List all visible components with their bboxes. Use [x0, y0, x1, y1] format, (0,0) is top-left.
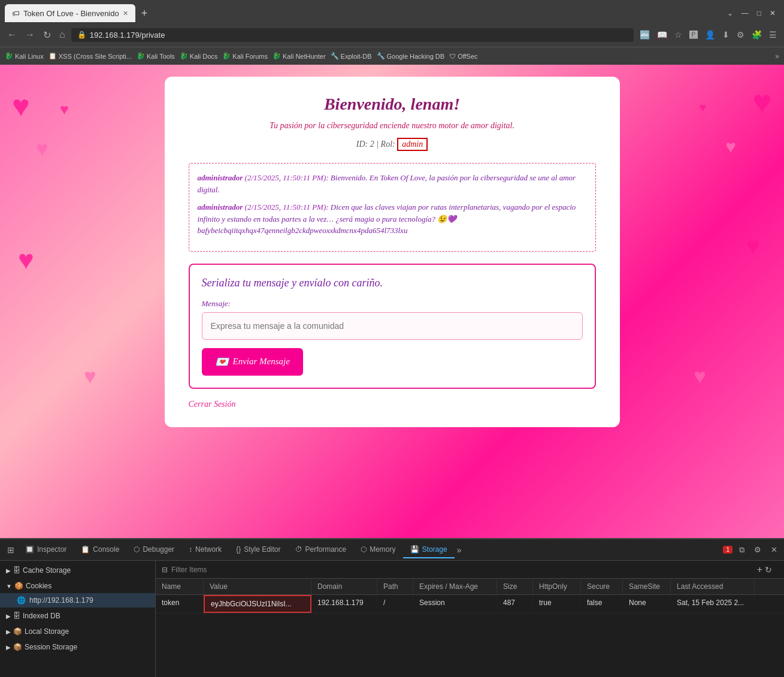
- heart-decor-7: ♥: [18, 244, 34, 276]
- table-row[interactable]: token eyJhbGciOiJSUzI1NiIsI... 192.168.1…: [156, 595, 784, 613]
- cookie-httponly: true: [533, 595, 581, 613]
- devtools-tab-network[interactable]: ↕ Network: [181, 542, 229, 558]
- tab-controls: ⌄ — □ ✕: [724, 8, 779, 19]
- devtools-panel: ⊞ 🔲 Inspector 📋 Console ⬡ Debugger ↕ Net…: [0, 538, 784, 677]
- forward-button[interactable]: →: [23, 28, 37, 41]
- cookie-value: eyJhbGciOiJSUzI1NiIsI...: [204, 595, 311, 613]
- minimize-button[interactable]: —: [738, 8, 752, 19]
- cookies-icon: 🍪: [14, 582, 23, 590]
- cookies-header[interactable]: ▼ 🍪 Cookies: [0, 579, 155, 593]
- bookmark-exploit-db[interactable]: 🔧 Exploit-DB: [331, 52, 372, 60]
- new-tab-button[interactable]: +: [138, 7, 152, 20]
- cookies-domain-label: http://192.168.1.179: [29, 596, 93, 605]
- bookmark-kali-forums[interactable]: 🐉 Kali Forums: [222, 52, 268, 60]
- back-button[interactable]: ←: [5, 28, 19, 41]
- indexed-db-header[interactable]: ▶ 🗄 Indexed DB: [0, 609, 155, 623]
- local-storage-group: ▶ 📦 Local Storage: [0, 624, 155, 639]
- devtools-tab-performance[interactable]: ⏱ Performance: [288, 542, 354, 558]
- tab-close-button[interactable]: ✕: [123, 10, 128, 17]
- filter-items-label: Filter Items: [171, 566, 207, 574]
- bookmarks-more-button[interactable]: »: [775, 52, 779, 61]
- bookmarks-bar: 🐉 Kali Linux 📋 XSS (Cross Site Scripti..…: [0, 47, 784, 65]
- session-storage-header[interactable]: ▶ 📦 Session Storage: [0, 640, 155, 654]
- bookmark-kali-tools[interactable]: 🐉 Kali Tools: [137, 52, 175, 60]
- bookmark-offsec[interactable]: 🛡 OffSec: [449, 53, 477, 60]
- pocket-button[interactable]: 🅿: [687, 29, 700, 41]
- form-label: Mensaje:: [202, 299, 583, 309]
- cookies-label: Cookies: [26, 582, 52, 590]
- col-header-samesite: SameSite: [623, 579, 671, 594]
- home-button[interactable]: ⌂: [57, 28, 68, 41]
- devtools-tab-debugger[interactable]: ⬡ Debugger: [126, 542, 181, 558]
- bookmark-google-hacking[interactable]: 🔧 Google Hacking DB: [377, 52, 445, 60]
- heart-decor-8: ♥: [746, 232, 760, 259]
- nav-right-icons: 🔤 📖 ☆ 🅿 👤 ⬇ ⚙ 🧩 ☰: [637, 29, 779, 41]
- debugger-icon: ⬡: [134, 545, 140, 554]
- console-icon: 📋: [81, 545, 90, 554]
- storage-refresh-button[interactable]: ↻: [765, 565, 772, 575]
- bookmark-button[interactable]: ☆: [672, 29, 685, 41]
- address-bar[interactable]: 🔒 192.168.1.179/private: [71, 28, 634, 42]
- cache-storage-icon: 🗄: [13, 566, 20, 575]
- bookmark-nethunter[interactable]: 🐉 Kali NetHunter: [273, 52, 326, 60]
- send-icon: 💌: [215, 355, 228, 368]
- devtools-settings-button[interactable]: ⚙: [751, 544, 764, 555]
- close-window-button[interactable]: ✕: [766, 8, 779, 19]
- menu-button[interactable]: ☰: [767, 29, 779, 41]
- domain-icon: 🌐: [17, 596, 26, 605]
- bookmark-kali-docs[interactable]: 🐉 Kali Docs: [180, 52, 217, 60]
- devtools-tab-console[interactable]: 📋 Console: [74, 542, 126, 558]
- col-header-httponly: HttpOnly: [533, 579, 581, 594]
- message-input[interactable]: [202, 312, 583, 340]
- translate-button[interactable]: 🔤: [637, 29, 652, 41]
- message-sender-1: administrador: [198, 173, 243, 182]
- cookies-collapse-icon: ▼: [6, 583, 12, 590]
- active-tab[interactable]: 🏷 Token Of Love - Bienvenido ✕: [5, 4, 135, 22]
- session-storage-group: ▶ 📦 Session Storage: [0, 640, 155, 654]
- cookie-name: token: [156, 595, 204, 613]
- settings-button[interactable]: ⚙: [734, 29, 747, 41]
- cache-storage-label: Cache Storage: [23, 566, 71, 575]
- devtools-sidebar-toggle[interactable]: ⊞: [4, 545, 18, 555]
- indexed-db-label: Indexed DB: [23, 612, 60, 620]
- devtools-more-tabs-button[interactable]: »: [455, 545, 464, 555]
- devtools-tab-inspector[interactable]: 🔲 Inspector: [18, 542, 74, 558]
- address-text: 192.168.1.179/private: [90, 31, 165, 40]
- devtools-tab-storage[interactable]: 💾 Storage: [403, 542, 455, 558]
- storage-table: Name Value Domain Path Expires / Max-Age…: [156, 579, 784, 677]
- heart-decor-1: ♥: [12, 89, 30, 123]
- col-header-value: Value: [204, 579, 311, 594]
- messages-area: administrador (2/15/2025, 11:50:11 PM): …: [189, 163, 596, 252]
- storage-add-button[interactable]: +: [757, 564, 762, 575]
- reader-button[interactable]: 📖: [655, 29, 670, 41]
- maximize-button[interactable]: □: [753, 8, 765, 19]
- cookie-path: /: [377, 595, 413, 613]
- sync-button[interactable]: ⬇: [720, 29, 732, 41]
- send-button[interactable]: 💌 Enviar Mensaje: [202, 348, 303, 376]
- devtools-tab-memory[interactable]: ⬡ Memory: [353, 542, 402, 558]
- user-info: ID: 2 | Rol: admin: [189, 138, 596, 151]
- tab-bar: 🏷 Token Of Love - Bienvenido ✕ + ⌄ — □ ✕: [0, 0, 784, 23]
- account-button[interactable]: 👤: [703, 29, 718, 41]
- performance-icon: ⏱: [295, 545, 302, 554]
- local-storage-header[interactable]: ▶ 📦 Local Storage: [0, 624, 155, 639]
- reload-button[interactable]: ↻: [41, 28, 53, 42]
- devtools-tab-style-editor[interactable]: {} Style Editor: [229, 542, 287, 558]
- col-header-name: Name: [156, 579, 204, 594]
- heart-decor-6: ♥: [699, 101, 706, 114]
- cache-storage-header[interactable]: ▶ 🗄 Cache Storage: [0, 563, 155, 578]
- tab-list-button[interactable]: ⌄: [724, 8, 737, 19]
- addon-button[interactable]: 🧩: [749, 29, 764, 41]
- bookmark-kali-linux[interactable]: 🐉 Kali Linux: [5, 52, 44, 60]
- indexed-db-collapse-icon: ▶: [6, 613, 11, 619]
- cookies-domain-item[interactable]: 🌐 http://192.168.1.179: [0, 593, 155, 608]
- col-header-expires: Expires / Max-Age: [413, 579, 497, 594]
- page-content: ♥ ♥ ♥ ♥ ♥ ♥ ♥ ♥ ♥ ♥ Bienvenido, lenam! T…: [0, 65, 784, 538]
- cache-storage-collapse-icon: ▶: [6, 567, 11, 574]
- bookmark-xss[interactable]: 📋 XSS (Cross Site Scripti...: [49, 52, 132, 60]
- nav-bar: ← → ↻ ⌂ 🔒 192.168.1.179/private 🔤 📖 ☆ 🅿 …: [0, 23, 784, 47]
- cookie-samesite: None: [623, 595, 671, 613]
- devtools-close-button[interactable]: ✕: [768, 544, 780, 555]
- devtools-dock-button[interactable]: ⧉: [736, 544, 747, 556]
- logout-link[interactable]: Cerrar Sesión: [189, 400, 236, 409]
